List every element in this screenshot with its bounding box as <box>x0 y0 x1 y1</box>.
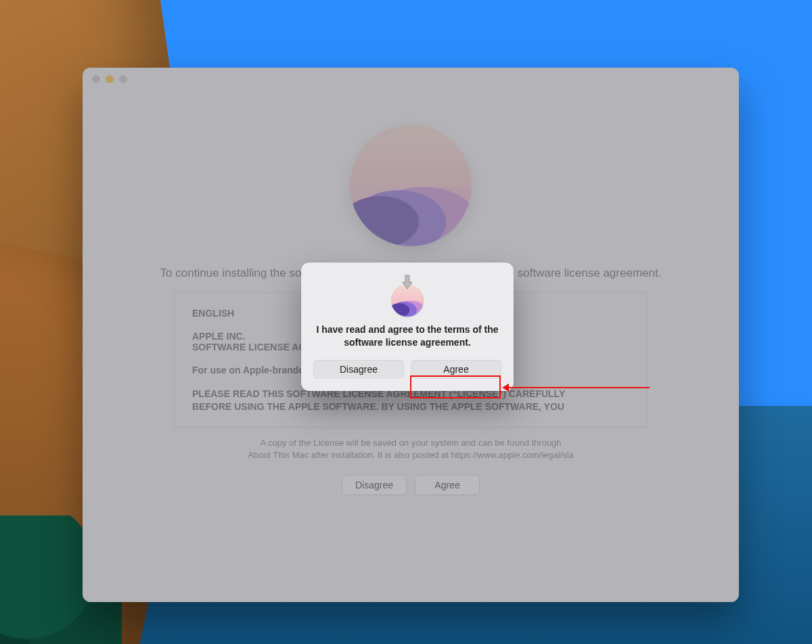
alert-agree-button[interactable]: Agree <box>411 360 501 379</box>
download-arrow-icon <box>401 275 414 291</box>
desktop-wallpaper: To continue installing the software, you… <box>0 0 812 644</box>
annotation-arrow <box>509 387 650 388</box>
alert-message: I have read and agree to the terms of th… <box>313 323 501 349</box>
installer-icon <box>386 276 429 319</box>
alert-disagree-button[interactable]: Disagree <box>313 360 404 379</box>
license-confirm-alert: I have read and agree to the terms of th… <box>301 262 514 391</box>
alert-button-row: Disagree Agree <box>313 360 501 379</box>
